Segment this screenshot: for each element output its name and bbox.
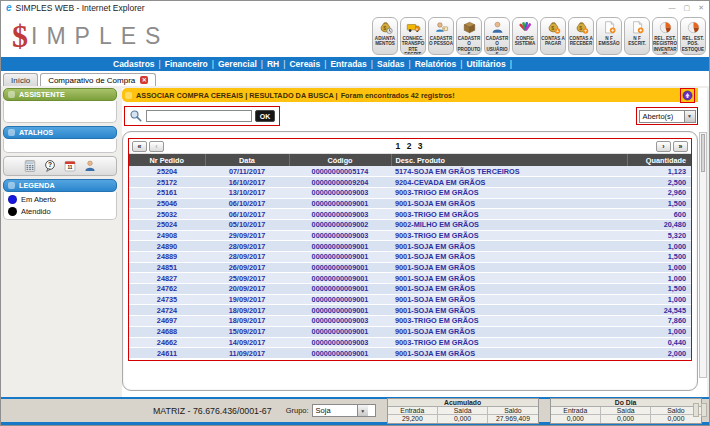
minimize-button[interactable]: — [669, 4, 676, 12]
cell-nr-pedido[interactable]: 24889 [129, 252, 205, 263]
toolbar-button-conhec-transporte-escrit[interactable]: CONHEC. TRANSPORTE ESCRIT. [400, 17, 426, 55]
first-page-button[interactable]: « [132, 141, 147, 152]
search-icon[interactable] [129, 109, 143, 123]
close-button[interactable]: ✕ [698, 4, 704, 12]
chevron-down-icon[interactable]: ▼ [684, 111, 695, 122]
table-row[interactable]: 2466214/09/2017000000000090039003-TRIGO … [129, 337, 691, 348]
cell-codigo: 00000000009001 [289, 273, 391, 284]
column-header-quantidade[interactable]: Quantidade [627, 154, 691, 166]
cell-nr-pedido[interactable]: 24851 [129, 262, 205, 273]
cell-desc-produto: 9001-SOJA EM GRÃOS [391, 252, 627, 263]
scrollbar-thumb[interactable] [701, 134, 705, 172]
cell-nr-pedido[interactable]: 24662 [129, 337, 205, 348]
column-header-codigo[interactable]: Código [289, 154, 391, 166]
cell-nr-pedido[interactable]: 24762 [129, 284, 205, 295]
table-row[interactable]: 2502405/10/2017000000000090029002-MILHO … [129, 219, 691, 230]
toolbar-button-rel-est-registro-inventario[interactable]: REL. EST. REGISTRO INVENTARIO [652, 17, 678, 55]
menu-item-entradas[interactable]: Entradas [330, 59, 366, 69]
last-page-button[interactable]: » [673, 141, 688, 152]
menu-item-cereais[interactable]: Cereais [289, 59, 320, 69]
page-numbers[interactable]: 1 2 3 [165, 141, 655, 151]
calendar-icon[interactable]: 11 [63, 159, 77, 173]
collapse-circle-icon[interactable] [680, 88, 695, 103]
next-page-button[interactable]: › [656, 141, 671, 152]
menu-item-gerencial[interactable]: Gerencial [218, 59, 257, 69]
cell-nr-pedido[interactable]: 24890 [129, 241, 205, 252]
table-row[interactable]: 2504606/10/2017000000000090019001-SOJA E… [129, 198, 691, 209]
menu-item-utilitarios[interactable]: Utilitários [466, 59, 505, 69]
toolbar-button-cadastro-produtos[interactable]: CADASTRO PRODUTOS [456, 17, 482, 55]
cell-nr-pedido[interactable]: 24697 [129, 316, 205, 327]
tab-comparativo-de-compra[interactable]: Comparativo de Compra ✕ [40, 73, 156, 86]
menu-item-financeiro[interactable]: Financeiro [165, 59, 208, 69]
cell-nr-pedido[interactable]: 24908 [129, 230, 205, 241]
assistente-panel-header[interactable]: ASSISTENTE [3, 88, 117, 101]
cell-nr-pedido[interactable]: 24827 [129, 273, 205, 284]
atalhos-panel-header[interactable]: ATALHOS [3, 126, 117, 139]
table-row[interactable]: 2490829/09/2017000000000090039003-TRIGO … [129, 230, 691, 241]
search-input[interactable] [146, 110, 252, 122]
dodia-headers: Entrada Saída Saldo [551, 407, 701, 416]
user-icon[interactable] [83, 159, 97, 173]
person-card-icon [434, 20, 449, 35]
toolbar-button-adianta-mentos[interactable]: $ADIANTA MENTOS [372, 17, 398, 55]
table-row[interactable]: 2488928/09/2017000000000090019001-SOJA E… [129, 252, 691, 263]
table-row[interactable]: 2469718/09/2017000000000090039003-TRIGO … [129, 316, 691, 327]
toolbar-button-contas-a-pagar[interactable]: $CONTAS A PAGAR [540, 17, 566, 55]
table-row[interactable]: 2503206/10/2017000000000090039003-TRIGO … [129, 209, 691, 220]
table-row[interactable]: 2482725/09/2017000000000090019001-SOJA E… [129, 273, 691, 284]
table-row[interactable]: 2520407/11/2017000000000051745174-SOJA E… [129, 166, 691, 177]
table-row[interactable]: 2485126/09/2017000000000090019001-SOJA E… [129, 262, 691, 273]
toolbar-button-cadastro-usuarios[interactable]: CADASTRO USUÁRIOS [484, 17, 510, 55]
cell-nr-pedido[interactable]: 24735 [129, 294, 205, 305]
menu-item-relatorios[interactable]: Relatórios [415, 59, 457, 69]
cell-quantidade: 2,000 [627, 348, 691, 359]
toolbar-button-n-f-emissao[interactable]: N F EMISSÃO [596, 17, 622, 55]
help-icon[interactable]: ? [43, 159, 57, 173]
chevron-down-icon[interactable]: ▼ [357, 405, 368, 416]
column-header-desc-produto[interactable]: Desc. Produto [391, 154, 627, 166]
table-row[interactable]: 2472418/09/2017000000000090019001-SOJA E… [129, 305, 691, 316]
cell-nr-pedido[interactable]: 24724 [129, 305, 205, 316]
calculator-icon[interactable] [23, 159, 37, 173]
table-row[interactable]: 2517216/10/2017000000000092049204-CEVADA… [129, 177, 691, 188]
table-row[interactable]: 2489028/09/2017000000000090019001-SOJA E… [129, 241, 691, 252]
column-header-nr-pedido[interactable]: Nr Pedido [129, 154, 205, 166]
table-row[interactable]: 2461111/09/2017000000000090019001-SOJA E… [129, 348, 691, 359]
toolbar-button-cadastro-pessoa[interactable]: CADASTRO PESSOA [428, 17, 454, 55]
menu-item-cadastros[interactable]: Cadastros [113, 59, 155, 69]
cell-nr-pedido[interactable]: 25161 [129, 187, 205, 198]
menu-item-saidas[interactable]: Saídas [377, 59, 404, 69]
cell-nr-pedido[interactable]: 25024 [129, 219, 205, 230]
cell-nr-pedido[interactable]: 24688 [129, 326, 205, 337]
tab-close-icon[interactable]: ✕ [140, 76, 148, 84]
column-header-data[interactable]: Data [205, 154, 289, 166]
ok-button[interactable]: OK [255, 110, 275, 122]
toolbar-button-config-sistema[interactable]: CONFIG SISTEMA [512, 17, 538, 55]
cell-nr-pedido[interactable]: 25032 [129, 209, 205, 220]
table-row[interactable]: 2476220/09/2017000000000090019001-SOJA E… [129, 284, 691, 295]
cell-data: 28/09/2017 [205, 241, 289, 252]
color-fan-icon [518, 20, 533, 35]
status-filter-select[interactable]: Aberto(s) ▼ [639, 110, 696, 123]
menu-item-rh[interactable]: RH [267, 59, 279, 69]
cell-nr-pedido[interactable]: 25046 [129, 198, 205, 209]
panel-bullet-icon [8, 91, 15, 98]
vertical-scrollbar[interactable] [699, 132, 707, 378]
legenda-panel-header[interactable]: LEGENDA [3, 179, 117, 192]
table-row[interactable]: 2473519/09/2017000000000090019001-SOJA E… [129, 294, 691, 305]
table-row[interactable]: 2468815/09/2017000000000090019001-SOJA E… [129, 326, 691, 337]
cell-data: 07/11/2017 [205, 166, 289, 177]
toolbar-button-contas-a-receber[interactable]: $CONTAS A RECEBER [568, 17, 594, 55]
cell-nr-pedido[interactable]: 25204 [129, 166, 205, 177]
table-row[interactable]: 2516113/10/2017000000000090039003-TRIGO … [129, 187, 691, 198]
toolbar-button-rel-est-pos-estoque[interactable]: REL. EST. POS. ESTOQUE [680, 17, 706, 55]
cell-nr-pedido[interactable]: 24611 [129, 348, 205, 359]
toolbar-button-n-f-escrit[interactable]: N F ESCRIT. [624, 17, 650, 55]
cell-codigo: 00000000009001 [289, 284, 391, 295]
prev-page-button[interactable]: ‹ [149, 141, 164, 152]
tab-inicio[interactable]: Início [3, 73, 38, 86]
grupo-select[interactable]: Soja ▼ [312, 404, 376, 417]
cell-nr-pedido[interactable]: 25172 [129, 177, 205, 188]
maximize-button[interactable]: ▢ [684, 4, 691, 12]
